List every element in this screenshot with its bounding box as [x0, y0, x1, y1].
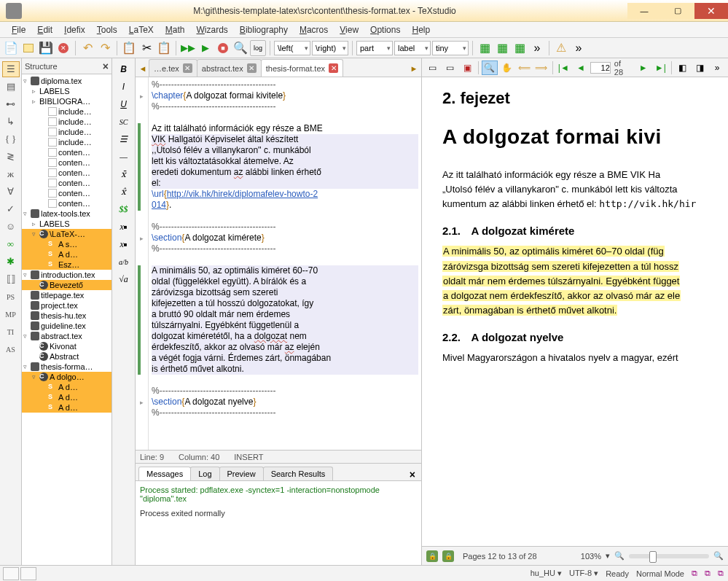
- maximize-button[interactable]: ▢: [661, 3, 694, 19]
- menu-tools[interactable]: Tools: [91, 25, 123, 35]
- redo-button[interactable]: ↷: [97, 40, 113, 56]
- bottom-panel2-button[interactable]: [20, 567, 36, 580]
- ps-icon[interactable]: PS: [2, 289, 20, 305]
- tree-item[interactable]: conten…: [22, 157, 111, 168]
- pdf-overflow-icon[interactable]: »: [709, 61, 725, 75]
- tree-item[interactable]: thesis-hu.tex: [22, 311, 111, 321]
- zoom-out-icon[interactable]: 🔍: [614, 551, 625, 561]
- tree-item[interactable]: conten…: [22, 178, 111, 188]
- menu-help[interactable]: Help: [406, 25, 436, 35]
- relation-icon[interactable]: ⊷: [2, 96, 20, 112]
- cut-button[interactable]: ✂: [138, 40, 154, 56]
- zoom-in-icon[interactable]: 🔍: [713, 551, 724, 561]
- sc-button[interactable]: SC: [114, 114, 133, 130]
- view-pdf-button[interactable]: 🔍: [232, 40, 248, 56]
- emdash-button[interactable]: —: [114, 149, 133, 165]
- menu-idefix[interactable]: Idefix: [58, 25, 91, 35]
- compile-button[interactable]: ▶▶: [180, 40, 196, 56]
- save-button[interactable]: 💾: [38, 40, 54, 56]
- structure-tree[interactable]: ▿diploma.tex▹LABELS▹BIBLIOGRA…include…in…: [22, 74, 111, 565]
- underline-button[interactable]: U: [114, 96, 133, 112]
- structure-panel-icon[interactable]: ☰: [2, 61, 20, 77]
- pdf-grid2-icon[interactable]: ▭: [442, 61, 458, 75]
- pdf-page-input[interactable]: [590, 62, 611, 74]
- pdf-goto-icon[interactable]: ▣: [459, 61, 475, 75]
- tree-item[interactable]: include…: [22, 127, 111, 137]
- pdf-fwd-icon[interactable]: ⟹: [533, 61, 549, 75]
- tree-item[interactable]: ▿latex-tools.tex: [22, 208, 111, 219]
- bookmark3-icon[interactable]: ⧉: [718, 569, 724, 578]
- copy-button[interactable]: 📋: [121, 40, 137, 56]
- table-center-icon[interactable]: ▦: [494, 40, 510, 56]
- structure-close-button[interactable]: ×: [103, 61, 109, 72]
- table-left-icon[interactable]: ▦: [477, 40, 493, 56]
- tree-item[interactable]: conten…: [22, 147, 111, 157]
- tree-item[interactable]: include…: [22, 117, 111, 127]
- tree-item[interactable]: conten…: [22, 188, 111, 198]
- pdf-last-icon[interactable]: ►|: [652, 61, 668, 75]
- tree-item[interactable]: SA d…: [22, 402, 111, 413]
- tree-item[interactable]: ▹BIBLIOGRA…: [22, 96, 111, 106]
- tree-item[interactable]: ▹LABELS: [22, 219, 111, 229]
- italic-button[interactable]: I: [114, 79, 133, 95]
- as-icon[interactable]: AS: [2, 341, 20, 357]
- mp-icon[interactable]: MP: [2, 306, 20, 322]
- message-close-button[interactable]: ×: [410, 469, 418, 480]
- message-tab-messages[interactable]: Messages: [138, 467, 191, 480]
- tree-item[interactable]: ▿CA dolgo…: [22, 372, 111, 382]
- pdf-fit2-icon[interactable]: ◨: [692, 61, 708, 75]
- star-icon[interactable]: ✱: [2, 254, 20, 270]
- editor-tab[interactable]: thesis-format.tex✕: [261, 59, 343, 77]
- tree-item[interactable]: CAbstract: [22, 351, 111, 362]
- tree-item[interactable]: conten…: [22, 198, 111, 208]
- code-editor[interactable]: ▸▸▸ %-----------------------------------…: [136, 77, 421, 450]
- view-log-button[interactable]: log: [250, 40, 266, 56]
- editor-tab[interactable]: …e.tex✕: [149, 59, 197, 77]
- dollars-button[interactable]: $$: [114, 201, 133, 217]
- overflow-button[interactable]: »: [529, 40, 545, 56]
- pdf-grid1-icon[interactable]: ▭: [425, 61, 441, 75]
- pdf-first-icon[interactable]: |◄: [555, 61, 571, 75]
- right-delim-select[interactable]: \right): [312, 41, 348, 55]
- sqrt-button[interactable]: √a: [114, 271, 133, 287]
- symbols-icon[interactable]: ≷: [2, 149, 20, 165]
- open-file-button[interactable]: [20, 40, 36, 56]
- lock-icon[interactable]: 🔒: [426, 550, 438, 562]
- tab-close-icon[interactable]: ✕: [329, 63, 338, 73]
- double-bracket-icon[interactable]: ⟦⟧: [2, 271, 20, 287]
- tree-item[interactable]: SA s…: [22, 239, 111, 249]
- menu-math[interactable]: Math: [160, 25, 191, 35]
- editor-tab[interactable]: abstract.tex✕: [197, 59, 262, 77]
- warning-icon[interactable]: ⚠: [553, 40, 569, 56]
- tab-close-icon[interactable]: ✕: [247, 63, 257, 73]
- message-tab-preview[interactable]: Preview: [219, 467, 264, 480]
- left-delim-select[interactable]: \left(: [274, 41, 310, 55]
- forall-icon[interactable]: ∀: [2, 184, 20, 200]
- menu-wizards[interactable]: Wizards: [191, 25, 234, 35]
- tree-item[interactable]: conten…: [22, 168, 111, 178]
- stop-build-button[interactable]: ■: [215, 40, 231, 56]
- pdf-document[interactable]: 2. fejezet A dolgozat formai kivi Az itt…: [422, 77, 728, 546]
- menu-edit[interactable]: Edit: [31, 25, 58, 35]
- minimize-button[interactable]: —: [627, 3, 661, 19]
- language-select[interactable]: hu_HU ▾: [531, 569, 562, 578]
- undo-button[interactable]: ↶: [79, 40, 95, 56]
- tab-close-icon[interactable]: ✕: [183, 63, 192, 73]
- xbar-button[interactable]: x̄: [114, 166, 133, 182]
- tree-item[interactable]: titlepage.tex: [22, 290, 111, 300]
- build-button[interactable]: ▶: [197, 40, 214, 56]
- table-right-icon[interactable]: ▦: [512, 40, 528, 56]
- ti-icon[interactable]: TI: [2, 324, 20, 340]
- bookmark1-icon[interactable]: ⧉: [692, 569, 697, 578]
- paste-button[interactable]: 📋: [156, 40, 172, 56]
- xsup-button[interactable]: x■: [114, 236, 133, 252]
- menu-bibliography[interactable]: Bibliography: [234, 25, 294, 35]
- menu-view[interactable]: View: [334, 25, 364, 35]
- tab-prev-button[interactable]: ◄: [137, 61, 149, 77]
- menu-latex[interactable]: LaTeX: [123, 25, 160, 35]
- cyrillic-icon[interactable]: ж: [2, 166, 20, 182]
- menu-button[interactable]: ☰: [114, 131, 133, 147]
- tree-item[interactable]: CKivonat: [22, 341, 111, 351]
- tree-item[interactable]: ▹LABELS: [22, 86, 111, 96]
- message-tab-search-results[interactable]: Search Results: [263, 467, 334, 480]
